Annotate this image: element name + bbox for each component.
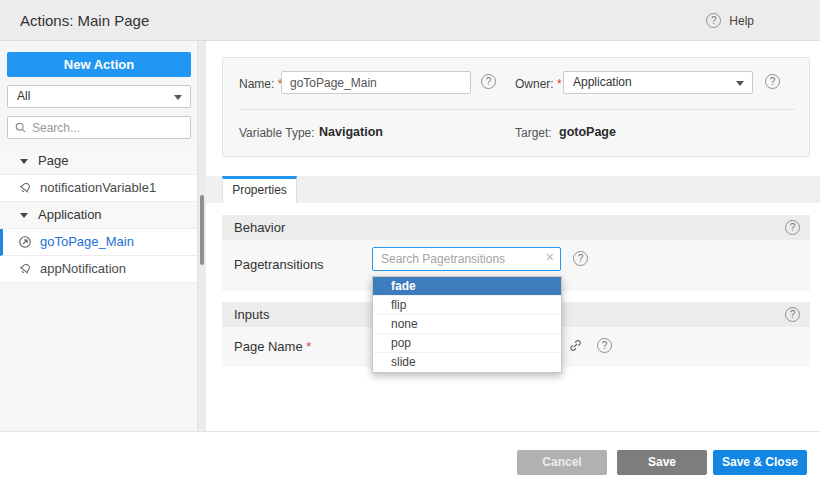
owner-dropdown-value: Application — [573, 72, 632, 93]
help-button[interactable]: Help — [706, 0, 754, 41]
filter-dropdown[interactable]: All — [7, 85, 191, 108]
chevron-down-icon — [736, 81, 744, 86]
tab-properties[interactable]: Properties — [222, 176, 297, 203]
link-icon[interactable] — [568, 338, 583, 353]
sidebar-search-input[interactable] — [32, 117, 182, 138]
tree-item-appnotification[interactable]: appNotification — [0, 256, 197, 283]
tab-bar: Properties — [206, 176, 820, 203]
page-title: Actions: Main Page — [20, 0, 149, 41]
help-icon — [706, 13, 721, 28]
filter-dropdown-value: All — [17, 86, 30, 107]
owner-dropdown[interactable]: Application — [563, 71, 753, 94]
name-label: Name: * — [239, 77, 282, 91]
tree-group-label: Application — [38, 202, 102, 228]
name-help-icon[interactable] — [481, 74, 496, 89]
vertical-scrollbar[interactable] — [198, 41, 206, 431]
pagetransitions-search-input[interactable] — [381, 249, 536, 269]
help-label: Help — [729, 14, 754, 28]
collapse-triangle-icon — [20, 213, 28, 218]
tree-item-gotopage-main[interactable]: goToPage_Main — [0, 229, 197, 256]
divider — [239, 109, 795, 110]
tree-group-application[interactable]: Application — [0, 202, 197, 229]
pagetransitions-help-icon[interactable] — [573, 251, 588, 266]
save-and-close-button[interactable]: Save & Close — [713, 450, 807, 475]
behavior-title: Behavior — [234, 215, 285, 240]
bell-icon — [15, 178, 35, 198]
dropdown-option-none[interactable]: none — [373, 315, 561, 334]
required-marker: * — [557, 77, 562, 91]
owner-label: Owner: * — [515, 77, 562, 91]
name-input[interactable] — [281, 71, 471, 94]
cancel-button[interactable]: Cancel — [517, 450, 607, 475]
new-action-button[interactable]: New Action — [7, 52, 191, 77]
dropdown-option-pop[interactable]: pop — [373, 334, 561, 353]
required-marker: * — [306, 339, 311, 354]
app-header: Actions: Main Page Help — [0, 0, 820, 41]
actions-sidebar: New Action All Page notificationVa — [0, 41, 198, 431]
inputs-title: Inputs — [234, 302, 269, 327]
pagetransitions-search[interactable] — [372, 247, 561, 271]
target-value: gotoPage — [559, 125, 616, 139]
tree-item-label: goToPage_Main — [40, 229, 134, 255]
tree-item-label: notificationVariable1 — [40, 175, 156, 201]
pagetransitions-label: Pagetransitions — [234, 257, 324, 272]
action-info-panel: Name: * Owner: * Application Variable Ty… — [222, 57, 810, 157]
behavior-section-header: Behavior — [222, 215, 810, 240]
sidebar-search[interactable] — [7, 116, 191, 139]
clear-icon[interactable] — [546, 249, 554, 265]
variable-type-value: Navigation — [319, 125, 383, 139]
search-icon — [14, 121, 27, 134]
dropdown-option-flip[interactable]: flip — [373, 296, 561, 315]
tree-group-page[interactable]: Page — [0, 148, 197, 175]
page-name-label: Page Name * — [234, 339, 311, 354]
scrollbar-thumb[interactable] — [200, 195, 204, 265]
tree-group-label: Page — [38, 148, 68, 174]
tree-item-label: appNotification — [40, 256, 126, 282]
bell-icon — [15, 259, 35, 279]
pagetransitions-dropdown: fade flip none pop slide — [372, 276, 562, 373]
actions-tree: Page notificationVariable1 Application g… — [0, 148, 197, 283]
variable-type-label: Variable Type: — [239, 126, 315, 140]
collapse-triangle-icon — [20, 159, 28, 164]
owner-help-icon[interactable] — [765, 74, 780, 89]
page-name-help-icon[interactable] — [597, 338, 612, 353]
inputs-help-icon[interactable] — [785, 307, 800, 322]
navigate-icon — [18, 235, 32, 249]
target-label: Target: — [515, 126, 552, 140]
dropdown-option-slide[interactable]: slide — [373, 353, 561, 372]
save-button[interactable]: Save — [617, 450, 707, 475]
behavior-help-icon[interactable] — [785, 220, 800, 235]
chevron-down-icon — [174, 95, 182, 100]
tree-item-notificationvariable1[interactable]: notificationVariable1 — [0, 175, 197, 202]
dropdown-option-fade[interactable]: fade — [373, 277, 561, 296]
actions-editor-window: Actions: Main Page Help New Action All P… — [0, 0, 820, 488]
footer-bar: Cancel Save Save & Close — [0, 431, 820, 488]
